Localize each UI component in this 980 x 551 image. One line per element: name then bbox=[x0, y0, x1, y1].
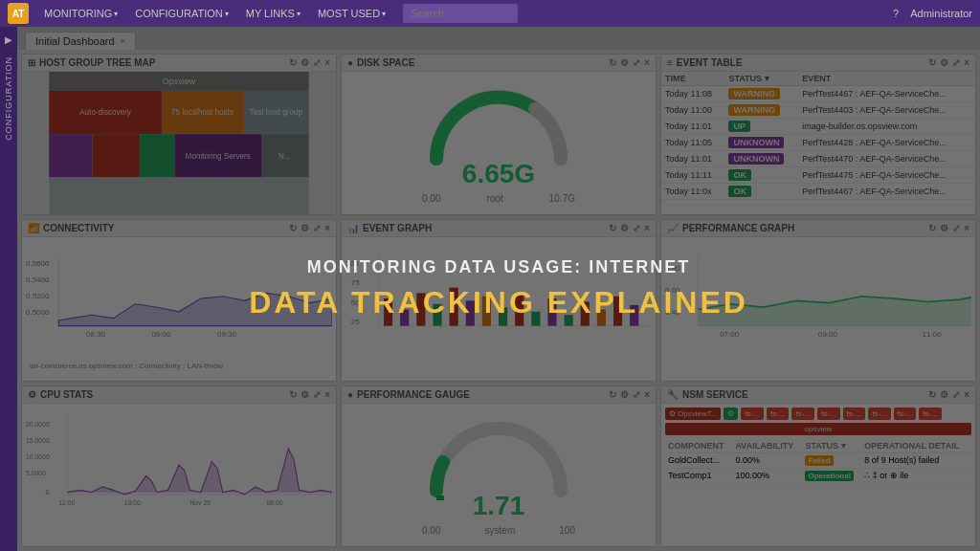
sidebar-toggle[interactable]: ▶ bbox=[1, 31, 16, 49]
widget-header-connectivity: 📶 CONNECTIVITY ↻ ⚙ ⤢ × bbox=[22, 220, 336, 237]
disk-settings-icon[interactable]: ⚙ bbox=[620, 57, 629, 68]
eg-close-icon[interactable]: × bbox=[644, 223, 650, 233]
table-row[interactable]: Today 11:05 UNKNOWN PerfTest4428 : AEF-Q… bbox=[661, 135, 975, 151]
nsm-content: ⚙ OpsviewT... ⚙ fs-... fs-... fs-... fs-… bbox=[661, 404, 975, 488]
tab-close-icon[interactable]: × bbox=[121, 36, 125, 46]
table-row[interactable]: Today 11:01 UP image-builder.os.opsview.… bbox=[661, 119, 975, 135]
disk-body: 6.65G 0.00 root 10.7G bbox=[342, 72, 656, 214]
table-row[interactable]: Today 11:00 WARNING PerfTest4403 : AEF-Q… bbox=[661, 102, 975, 119]
list-item[interactable]: TestComp1 100.00% Operational ∴ ‡ or ⊕ i… bbox=[665, 468, 971, 483]
perf-gauge-min: 0.00 bbox=[422, 525, 440, 536]
nsm-btn-fs4[interactable]: fs-... bbox=[817, 408, 840, 420]
list-item[interactable]: GoldCollect... 0.00% Failed 8 of 9 Host(… bbox=[665, 452, 971, 468]
nsm-btn-fs6[interactable]: fs-... bbox=[868, 408, 891, 420]
conn-refresh-icon[interactable]: ↻ bbox=[289, 223, 297, 233]
table-row[interactable]: Today 11:11 OK PerfTest4475 : AEF-QA-Ser… bbox=[661, 167, 975, 184]
table-row[interactable]: Today 11:08 WARNING PerfTest4467 : AEF-Q… bbox=[661, 86, 975, 102]
svg-rect-42 bbox=[565, 316, 573, 326]
et-col-time[interactable]: TIME bbox=[661, 72, 724, 86]
pgauge-expand-icon[interactable]: ⤢ bbox=[633, 389, 640, 400]
tab-bar: Initial Dashboard × bbox=[17, 27, 980, 50]
disk-expand-icon[interactable]: ⤢ bbox=[633, 57, 640, 68]
nsm-btn-fs5[interactable]: fs-... bbox=[843, 408, 866, 420]
widget-host-group-tree-map: ⊞ HOST GROUP TREE MAP ↻ ⚙ ⤢ × Opsview bbox=[21, 54, 337, 215]
et-settings-icon[interactable]: ⚙ bbox=[940, 57, 948, 68]
event-table-title: EVENT TABLE bbox=[677, 57, 743, 68]
conn-close-icon[interactable]: × bbox=[324, 223, 330, 233]
table-row[interactable]: Today 11:0x OK PerfTest4467 : AEF-QA-Ser… bbox=[661, 184, 975, 200]
perf-graph-body: 6.80 6.60 6.40 07:00 09:00 11:00 bbox=[661, 237, 975, 380]
event-graph-svg: 100 75 50 25 bbox=[345, 241, 652, 356]
pgauge-refresh-icon[interactable]: ↻ bbox=[609, 389, 616, 400]
eg-settings-icon[interactable]: ⚙ bbox=[620, 223, 629, 233]
cpu-expand-icon[interactable]: ⤢ bbox=[313, 389, 321, 400]
help-icon[interactable]: ? bbox=[893, 8, 899, 19]
perf-graph-svg: 6.80 6.60 6.40 07:00 09:00 11:00 bbox=[665, 241, 971, 356]
et-expand-icon[interactable]: ⤢ bbox=[952, 57, 960, 68]
nsm-expand-icon[interactable]: ⤢ bbox=[952, 389, 960, 400]
svg-text:09:00: 09:00 bbox=[151, 330, 171, 339]
nsm-btn-fs3[interactable]: fs-... bbox=[791, 408, 814, 420]
et-refresh-icon[interactable]: ↻ bbox=[928, 57, 936, 68]
nav-monitoring[interactable]: MONITORING ▾ bbox=[36, 5, 125, 22]
connectivity-graph: 0.5600 0.5400 0.5200 0.5000 08:30 09:00 … bbox=[22, 237, 336, 380]
nsm-btn-fs8[interactable]: fs-... bbox=[919, 408, 942, 420]
tab-initial-dashboard[interactable]: Initial Dashboard × bbox=[25, 32, 136, 50]
cpu-close-icon[interactable]: × bbox=[324, 389, 330, 400]
pg-expand-icon[interactable]: ⤢ bbox=[952, 223, 960, 233]
widget-connectivity: 📶 CONNECTIVITY ↻ ⚙ ⤢ × 0.5600 0.5400 bbox=[21, 219, 337, 381]
cpu-refresh-icon[interactable]: ↻ bbox=[289, 389, 297, 400]
treemap-refresh-icon[interactable]: ↻ bbox=[289, 57, 297, 68]
table-row[interactable]: Today 11:01 UNKNOWN PerfTest4470 : AEF-Q… bbox=[661, 151, 975, 167]
treemap-canvas[interactable]: Opsview Auto-discovery 75 localhost host… bbox=[22, 72, 336, 214]
nsm-refresh-icon[interactable]: ↻ bbox=[928, 389, 936, 400]
conn-expand-icon[interactable]: ⤢ bbox=[313, 223, 321, 233]
pg-settings-icon[interactable]: ⚙ bbox=[940, 223, 948, 233]
app-logo[interactable]: AT bbox=[8, 3, 29, 24]
et-col-event[interactable]: EVENT bbox=[798, 72, 975, 86]
event-graph-canvas: 100 75 50 25 bbox=[342, 237, 656, 380]
perf-gauge-max: 100 bbox=[559, 525, 575, 536]
pg-close-icon[interactable]: × bbox=[964, 223, 969, 233]
svg-rect-46 bbox=[630, 305, 638, 326]
disk-close-icon[interactable]: × bbox=[644, 57, 650, 68]
user-menu[interactable]: Administrator bbox=[910, 8, 972, 19]
disk-refresh-icon[interactable]: ↻ bbox=[609, 57, 616, 68]
treemap-settings-icon[interactable]: ⚙ bbox=[301, 57, 309, 68]
nsm-settings-icon[interactable]: ⚙ bbox=[940, 389, 948, 400]
nsm-btn-fs7[interactable]: fs-... bbox=[894, 408, 917, 420]
search-input[interactable] bbox=[403, 4, 518, 23]
svg-rect-41 bbox=[547, 298, 556, 326]
nsm-close-icon[interactable]: × bbox=[964, 389, 969, 400]
treemap-expand-icon[interactable]: ⤢ bbox=[313, 57, 321, 68]
widget-nsm-service: 🔧 NSM SERVICE ↻ ⚙ ⤢ × ⚙ OpsviewT... bbox=[660, 386, 976, 547]
disk-icon: ● bbox=[347, 57, 353, 68]
nsm-opsview-bar[interactable]: opsview bbox=[665, 423, 971, 435]
svg-rect-31 bbox=[384, 298, 392, 326]
pg-refresh-icon[interactable]: ↻ bbox=[928, 223, 936, 233]
cpu-settings-icon[interactable]: ⚙ bbox=[301, 389, 309, 400]
eg-expand-icon[interactable]: ⤢ bbox=[633, 223, 640, 233]
svg-text:6.80: 6.80 bbox=[665, 265, 680, 274]
opsview-button[interactable]: ⚙ OpsviewT... bbox=[665, 408, 721, 420]
conn-settings-icon[interactable]: ⚙ bbox=[301, 223, 309, 233]
pgauge-settings-icon[interactable]: ⚙ bbox=[620, 389, 629, 400]
nsm-top-row: ⚙ OpsviewT... ⚙ fs-... fs-... fs-... fs-… bbox=[665, 408, 971, 420]
et-event: PerfTest4403 : AEF-QA-ServiceChe... bbox=[798, 102, 975, 119]
pgauge-close-icon[interactable]: × bbox=[644, 389, 650, 400]
svg-text:Monitoring Servers: Monitoring Servers bbox=[186, 152, 251, 161]
eg-refresh-icon[interactable]: ↻ bbox=[609, 223, 616, 233]
nsm-btn-fs2[interactable]: fs-... bbox=[767, 408, 790, 420]
nsm-green-icon[interactable]: ⚙ bbox=[724, 408, 738, 420]
et-col-status[interactable]: STATUS ▾ bbox=[724, 72, 798, 86]
svg-text:18:00: 18:00 bbox=[124, 499, 141, 506]
nav-mylinks[interactable]: MY LINKS ▾ bbox=[238, 5, 308, 22]
event-graph-title: EVENT GRAPH bbox=[363, 223, 432, 233]
widget-header-event-table: ≡ EVENT TABLE ↻ ⚙ ⤢ × bbox=[661, 55, 975, 72]
treemap-close-icon[interactable]: × bbox=[324, 57, 330, 68]
widget-disk-space: ● DISK SPACE ↻ ⚙ ⤢ × bbox=[341, 54, 657, 215]
nav-mostused[interactable]: MOST USED ▾ bbox=[310, 5, 393, 22]
nav-configuration[interactable]: CONFIGURATION ▾ bbox=[127, 5, 235, 22]
et-close-icon[interactable]: × bbox=[964, 57, 969, 68]
nsm-btn-fs1[interactable]: fs-... bbox=[741, 408, 764, 420]
